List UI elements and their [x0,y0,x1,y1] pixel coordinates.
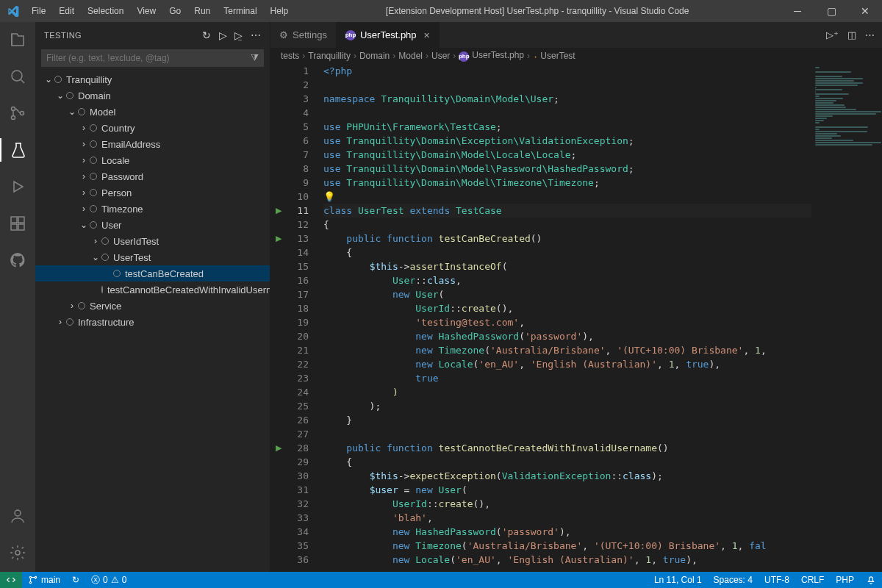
debug-all-icon[interactable]: ▷̤ [234,29,243,41]
chevron-down-icon: ⌄ [90,252,101,262]
run-all-icon[interactable]: ▷ [219,29,228,41]
breadcrumb-item[interactable]: phpUserTest.php [459,50,524,62]
test-group[interactable]: ⌄UserTest [35,249,270,265]
test-group[interactable]: ›UserIdTest [35,233,270,249]
test-status-icon [101,286,103,293]
svg-point-10 [29,576,31,578]
breadcrumb-item[interactable]: tests [281,51,299,61]
run-gutter-icon[interactable]: ▶ [270,204,287,218]
svg-rect-6 [11,224,17,230]
test-group[interactable]: ›Timezone [35,201,270,217]
test-status-icon [90,173,97,180]
chevron-right-icon: › [66,301,78,311]
testing-icon[interactable] [0,138,35,162]
test-group[interactable]: ›Locale [35,152,270,168]
cursor-position[interactable]: Ln 11, Col 1 [648,575,708,585]
run-file-icon[interactable]: ▷⁺ [826,29,839,40]
breadcrumb-item[interactable]: Tranquillity [308,51,351,61]
run-gutter-icon [270,427,287,441]
menu-file[interactable]: File [26,3,51,19]
test-group[interactable]: ⌄Model [35,104,270,120]
notifications-icon[interactable] [860,575,882,585]
tab-settings[interactable]: ⚙Settings [270,22,337,48]
sync-indicator[interactable]: ↻ [66,575,85,585]
run-gutter-icon [270,259,287,273]
maximize-icon[interactable]: ▢ [814,5,848,17]
run-gutter-icon [270,483,287,497]
menu-go[interactable]: Go [163,3,187,19]
test-group[interactable]: ›Service [35,298,270,314]
filter-icon[interactable]: ⧩ [251,52,259,64]
tree-label: Service [90,301,121,312]
menu-run[interactable]: Run [188,3,216,19]
test-item[interactable]: testCannotBeCreatedWithInvalidUsername [35,282,270,298]
branch-indicator[interactable]: main [22,575,66,585]
run-gutter-icon [270,455,287,469]
test-group[interactable]: ›Infrastructure [35,314,270,330]
run-gutter-icon [270,301,287,315]
minimap[interactable] [811,64,882,572]
encoding[interactable]: UTF-8 [759,575,795,585]
eol[interactable]: CRLF [795,575,830,585]
test-group[interactable]: ⌄User [35,217,270,233]
more-actions-icon[interactable]: ⋯ [865,29,875,40]
test-status-icon [90,221,97,229]
breadcrumb-item[interactable]: Domain [359,51,390,61]
tab-usertest-php[interactable]: phpUserTest.php× [337,22,440,48]
run-gutter-icon [270,92,287,106]
test-group[interactable]: ⌄Domain [35,87,270,104]
test-status-icon [90,205,97,212]
breadcrumb-item[interactable]: Model [398,51,423,61]
test-status-icon [78,108,85,115]
sidebar-title: TESTING [44,31,82,40]
test-group[interactable]: ›EmailAddress [35,136,270,152]
gear-icon: ⚙ [279,29,288,40]
chevron-right-icon: › [527,51,530,61]
menu-selection[interactable]: Selection [82,3,129,19]
run-gutter-icon[interactable]: ▶ [270,232,287,245]
account-icon[interactable] [0,504,35,528]
run-gutter-icon [270,399,287,413]
menu-view[interactable]: View [131,3,162,19]
run-gutter-icon[interactable]: ▶ [270,441,287,455]
test-group[interactable]: ›Country [35,120,270,136]
filter-input[interactable] [46,53,251,63]
more-icon[interactable]: ⋯ [251,29,262,41]
explorer-icon[interactable] [0,28,35,51]
menu-terminal[interactable]: Terminal [218,3,262,19]
indentation[interactable]: Spaces: 4 [708,575,759,585]
refresh-icon[interactable]: ↻ [202,29,212,41]
menu-help[interactable]: Help [265,3,295,19]
remote-indicator[interactable] [0,572,22,588]
editor-tabs: ⚙SettingsphpUserTest.php× ▷⁺ ◫ ⋯ [270,22,882,48]
language-mode[interactable]: PHP [830,575,860,585]
run-gutter-icon [270,245,287,259]
line-numbers: 1234567891011121314151617181920212223242… [287,64,313,572]
close-icon[interactable]: ✕ [848,5,882,17]
test-group[interactable]: ›Password [35,168,270,184]
split-editor-icon[interactable]: ◫ [847,29,856,40]
test-group[interactable]: ⌄Tranquillity [35,71,270,87]
extensions-icon[interactable] [0,212,35,235]
github-icon[interactable] [0,248,35,272]
source-control-icon[interactable] [0,101,35,125]
run-debug-icon[interactable] [0,175,35,198]
run-gutter-icon [270,413,287,427]
test-status-icon [78,302,85,309]
menu-edit[interactable]: Edit [53,3,80,19]
run-gutter-icon [270,64,287,78]
breadcrumbs[interactable]: tests›Tranquillity›Domain›Model›User›php… [270,48,882,64]
breadcrumb-item[interactable]: ⬫ UserTest [533,51,576,61]
settings-gear-icon[interactable] [0,541,35,564]
breadcrumb-item[interactable]: User [431,51,450,61]
problems-indicator[interactable]: ⓧ0 ⚠0 [85,574,132,587]
minimize-icon[interactable]: ─ [781,5,814,17]
run-gutter-icon [270,190,287,204]
tab-label: UserTest.php [360,29,417,40]
tree-label: UserIdTest [113,236,159,247]
test-group[interactable]: ›Person [35,184,270,201]
close-tab-icon[interactable]: × [424,29,430,41]
code-editor[interactable]: <?phpnamespace Tranquillity\Domain\Model… [313,64,811,572]
test-item[interactable]: testCanBeCreated [35,265,270,282]
search-icon[interactable] [0,65,35,88]
